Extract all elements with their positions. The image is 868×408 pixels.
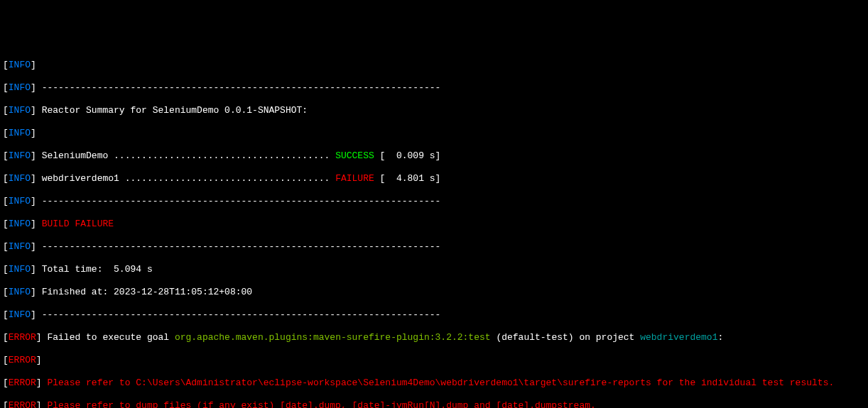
log-line: [INFO] [3, 128, 865, 139]
log-line: [INFO] Reactor Summary for SeleniumDemo … [3, 105, 865, 116]
log-line-error: [ERROR] Please refer to dump files (if a… [3, 400, 865, 408]
log-line-error: [ERROR] Please refer to C:\Users\Adminis… [3, 377, 865, 389]
log-line-build-failure: [INFO] BUILD FAILURE [3, 219, 865, 230]
log-line: [INFO] Finished at: 2023-12-28T11:05:12+… [3, 287, 865, 298]
log-line: [INFO] ---------------------------------… [3, 241, 865, 253]
log-line: [INFO] ---------------------------------… [3, 82, 865, 94]
log-line: [INFO] Total time: 5.094 s [3, 264, 865, 275]
log-line-module-failure: [INFO] webdriverdemo1 ..................… [3, 173, 865, 184]
log-line-module-success: [INFO] SeleniumDemo ....................… [3, 150, 865, 162]
log-line-error: [ERROR] [3, 355, 865, 366]
log-line: [INFO] [3, 60, 865, 71]
log-line: [INFO] ---------------------------------… [3, 196, 865, 207]
log-line: [INFO] ---------------------------------… [3, 309, 865, 321]
log-line-error-goal: [ERROR] Failed to execute goal org.apach… [3, 332, 865, 343]
console-output: [INFO] [INFO] --------------------------… [3, 48, 865, 408]
